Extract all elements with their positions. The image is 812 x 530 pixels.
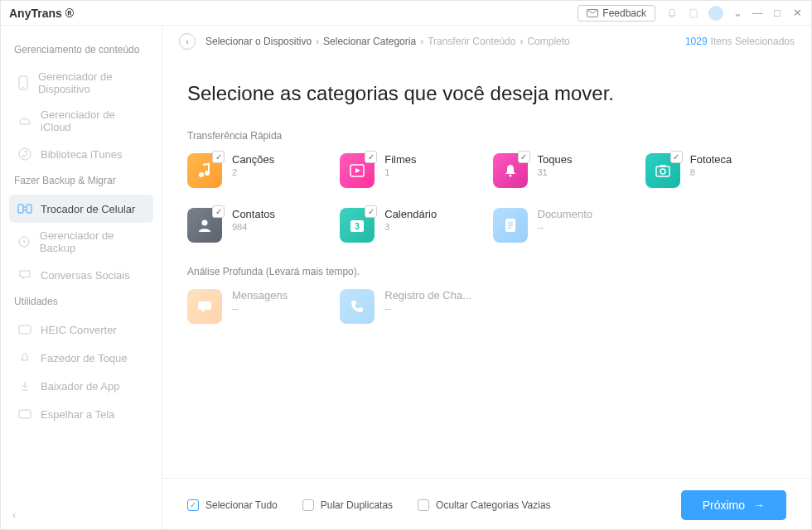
cloud-icon [17,113,32,128]
avatar[interactable] [708,6,723,21]
back-button[interactable]: ‹ [179,33,196,50]
checkbox-hide-empty[interactable]: Ocultar Categorias Vazias [418,499,551,511]
maximize-button[interactable]: □ [771,7,783,19]
page-headline: Selecione as categorias que você deseja … [187,82,786,105]
movies-icon: ✓ [340,153,375,188]
category-name: Toques [538,153,573,166]
phone-icon [17,75,30,90]
sidebar-item-label: Gerenciador de Backup [40,229,145,254]
category-name: Fototeca [690,153,732,166]
category-movies[interactable]: ✓ Filmes1 [340,153,481,188]
bell-outline-icon [17,350,32,365]
category-name: Canções [232,153,274,166]
sidebar-item-phone-switcher[interactable]: Trocador de Celular [9,195,153,223]
check-icon: ✓ [365,205,377,218]
category-songs[interactable]: ✓ Canções2 [187,153,328,188]
check-icon: ✓ [212,151,225,163]
category-count: 8 [690,167,732,177]
songs-icon: ✓ [187,153,222,188]
sidebar-item-app-downloader[interactable]: Baixador de App [9,372,153,400]
sidebar-collapse-button[interactable]: ‹ [12,508,16,521]
crumb-step2[interactable]: Selecionar Categoria [323,36,416,47]
breadcrumb-bar: ‹ Selecionar o Dispositivo › Selecionar … [162,26,811,57]
category-grid-deep: Mensagens-- Registro de Cha...-- [187,289,786,324]
category-ringtones[interactable]: ✓ Toques31 [493,153,634,188]
sidebar-item-label: Trocador de Celular [41,203,135,215]
feedback-button[interactable]: Feedback [578,5,655,22]
sidebar-item-backup-manager[interactable]: Gerenciador de Backup [9,223,153,261]
check-icon: ✓ [212,205,225,218]
sidebar-item-itunes[interactable]: Biblioteca iTunes [9,140,153,168]
bell-icon[interactable] [665,7,679,20]
selected-count: 1029 [685,36,708,47]
sidebar-item-device-manager[interactable]: Gerenciador de Dispositivo [9,64,153,102]
music-note-icon [17,147,32,161]
sidebar-item-label: Baixador de App [41,380,119,393]
history-icon [17,234,31,249]
shirt-icon[interactable] [687,7,700,20]
svg-point-3 [23,87,25,89]
next-button-label: Próximo [703,499,745,512]
category-name: Documento [538,208,592,220]
svg-rect-10 [19,410,31,418]
sidebar-item-label: Conversas Sociais [41,269,130,282]
checkbox-label: Selecionar Tudo [205,499,278,511]
close-button[interactable]: ✕ [791,7,803,19]
download-icon [17,378,32,393]
phone-call-icon [340,289,375,324]
category-calendar[interactable]: 3 ✓ Calendário3 [340,208,481,243]
svg-text:3: 3 [355,222,360,231]
category-count: 1 [384,167,416,177]
sidebar-item-heic[interactable]: HEIC Converter [9,316,153,344]
sidebar-item-mirror[interactable]: Espelhar a Tela [9,400,153,428]
category-name: Mensagens [232,289,288,301]
category-count: 984 [232,222,275,232]
category-count: -- [384,303,471,313]
sidebar-item-label: Gerenciador de Dispositivo [38,70,145,95]
sidebar-section-backup: Fazer Backup & Migrar [14,175,148,186]
titlebar-icons: ⌄ — □ ✕ [665,6,803,21]
crumb-step4: Completo [527,36,569,47]
svg-rect-17 [660,165,665,167]
sidebar-item-label: Biblioteca iTunes [41,148,123,161]
check-icon: ✓ [670,151,683,163]
svg-point-1 [671,16,673,17]
chevron-right-icon: › [420,36,423,47]
footer-bar: ✓ Selecionar Tudo Pular Duplicatas Ocult… [162,478,811,530]
category-name: Contatos [232,208,275,220]
chevron-down-icon[interactable]: ⌄ [732,7,743,19]
category-contacts[interactable]: ✓ Contatos984 [187,208,328,243]
sidebar-item-label: Espelhar a Tela [41,408,114,421]
category-count: -- [538,222,592,232]
sidebar-item-icloud[interactable]: Gerenciador de iCloud [9,102,153,140]
svg-rect-9 [19,325,31,334]
category-messages[interactable]: Mensagens-- [187,289,328,324]
checkbox-skip-duplicates[interactable]: Pular Duplicatas [302,499,393,511]
document-icon [493,208,528,243]
next-button[interactable]: Próximo → [681,490,786,520]
category-document[interactable]: Documento-- [493,208,634,243]
category-call-log[interactable]: Registro de Cha...-- [340,289,481,324]
content-area: Selecione as categorias que você deseja … [162,57,811,478]
svg-point-12 [205,171,210,176]
sidebar-section-util: Utilidades [14,296,148,307]
mail-icon [587,9,598,17]
checkbox-icon [302,499,314,511]
minimize-button[interactable]: — [752,7,763,19]
titlebar: AnyTrans ® Feedback ⌄ — □ ✕ [1,1,811,26]
checkbox-select-all[interactable]: ✓ Selecionar Tudo [187,499,278,511]
group-deep-label: Análise Profunda (Levará mais tempo). [187,266,786,277]
feedback-label: Feedback [602,7,646,19]
sidebar-item-ringtone[interactable]: Fazedor de Toque [9,344,153,372]
checkbox-label: Ocultar Categorias Vazias [436,499,551,511]
sidebar-item-label: HEIC Converter [41,324,117,336]
category-name: Filmes [384,153,416,166]
sidebar-item-social[interactable]: Conversas Sociais [9,261,153,289]
main-panel: ‹ Selecionar o Dispositivo › Selecionar … [162,26,811,530]
category-count: 3 [384,222,437,232]
category-count: 31 [538,167,573,177]
checkbox-icon: ✓ [187,499,199,511]
ringtones-icon: ✓ [493,153,528,188]
category-photos[interactable]: ✓ Fototeca8 [645,153,786,188]
crumb-step1[interactable]: Selecionar o Dispositivo [205,36,312,47]
